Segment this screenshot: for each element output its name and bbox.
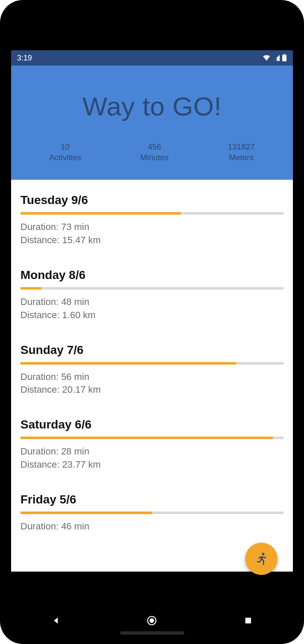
progress-track [20,512,284,514]
hero-title: Way to GO! [20,91,284,121]
device-frame: 3:19 Way to GO! 10 Activities 456 Mi [0,0,304,644]
activity-title: Tuesday 9/6 [20,193,284,207]
run-icon [254,552,269,566]
stat-label: Activities [49,152,81,163]
activity-list[interactable]: Tuesday 9/6 Duration: 73 min Distance: 1… [11,180,293,572]
battery-icon [282,54,287,62]
stat-value: 131827 [228,142,255,152]
hero-stats: 10 Activities 456 Minutes 131827 Meters [20,142,284,163]
activity-title: Monday 8/6 [20,268,284,282]
svg-rect-0 [282,55,287,61]
home-button[interactable] [145,614,158,627]
activity-duration: Duration: 56 min [20,371,284,384]
stat-meters: 131827 Meters [228,142,255,163]
wifi-icon [262,55,271,61]
progress-track [20,437,284,439]
activity-meta: Duration: 28 min Distance: 23.77 km [20,445,284,472]
stat-activities: 10 Activities [49,142,81,163]
activity-duration: Duration: 46 min [20,520,284,533]
speaker-bottom [120,631,184,635]
activity-duration: Duration: 28 min [20,445,284,458]
back-button[interactable] [49,614,62,627]
status-time: 3:19 [17,54,32,63]
activity-distance: Distance: 15.47 km [20,234,284,247]
stat-minutes: 456 Minutes [140,142,169,163]
progress-track [20,362,284,365]
stat-value: 456 [140,142,169,152]
stat-label: Minutes [140,152,169,163]
activity-duration: Duration: 73 min [20,221,284,234]
activity-item[interactable]: Monday 8/6 Duration: 48 min Distance: 1.… [20,255,284,330]
activity-item[interactable]: Tuesday 9/6 Duration: 73 min Distance: 1… [20,180,284,255]
activity-duration: Duration: 48 min [20,296,284,309]
activity-item[interactable]: Sunday 7/6 Duration: 56 min Distance: 20… [20,330,284,405]
svg-point-2 [262,553,264,555]
activity-meta: Duration: 46 min [20,520,284,533]
recent-apps-button[interactable] [242,614,255,627]
progress-track [20,287,284,290]
status-icons [262,54,287,62]
progress-fill [20,362,236,365]
activity-title: Friday 5/6 [20,493,284,506]
activity-meta: Duration: 56 min Distance: 20.17 km [20,371,284,397]
stat-label: Meters [228,152,255,163]
activity-meta: Duration: 73 min Distance: 15.47 km [20,221,284,247]
activity-item[interactable]: Friday 5/6 Duration: 46 min [20,479,284,541]
svg-rect-1 [284,54,285,55]
cell-signal-icon [272,55,280,61]
progress-fill [20,212,181,215]
screen: 3:19 Way to GO! 10 Activities 456 Mi [11,50,293,572]
svg-rect-5 [245,618,251,623]
activity-distance: Distance: 23.77 km [20,458,284,472]
activity-item[interactable]: Saturday 6/6 Duration: 28 min Distance: … [20,404,284,479]
activity-distance: Distance: 1.60 km [20,309,284,322]
activity-meta: Duration: 48 min Distance: 1.60 km [20,296,284,322]
progress-track [20,212,284,215]
start-run-fab[interactable] [245,543,278,575]
activity-title: Sunday 7/6 [20,343,284,357]
progress-fill [20,512,152,514]
svg-point-4 [150,618,154,623]
activity-distance: Distance: 20.17 km [20,383,284,397]
stat-value: 10 [49,142,81,152]
progress-fill [20,437,273,439]
progress-fill [20,287,41,290]
status-bar: 3:19 [11,50,293,66]
hero-panel: Way to GO! 10 Activities 456 Minutes 131… [11,66,293,180]
activity-title: Saturday 6/6 [20,418,284,431]
